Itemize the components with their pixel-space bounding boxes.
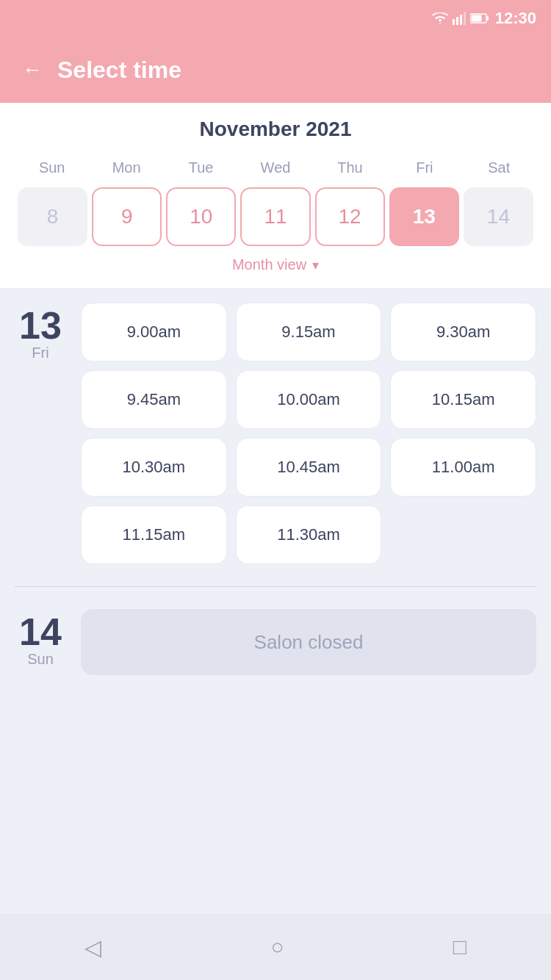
day-divider: [15, 586, 536, 587]
month-year-label: November 2021: [15, 118, 536, 141]
status-icons: [432, 12, 489, 25]
status-bar: 12:30: [0, 0, 551, 37]
date-cell-12[interactable]: 12: [315, 187, 385, 246]
wifi-icon: [432, 12, 448, 24]
weekday-tue: Tue: [164, 156, 238, 180]
day-name: Fri: [15, 345, 66, 361]
day-label-13: 13Fri: [15, 303, 66, 361]
time-slot-945am[interactable]: 9.45am: [81, 370, 227, 429]
weekday-mon: Mon: [89, 156, 163, 180]
time-slot-1030am[interactable]: 10.30am: [81, 438, 227, 497]
date-cell-10[interactable]: 10: [166, 187, 236, 246]
day-label-14: 14Sun: [15, 609, 66, 668]
month-view-toggle[interactable]: Month view ▾: [15, 246, 536, 281]
svg-rect-0: [453, 19, 455, 25]
back-nav-icon[interactable]: ◁: [84, 934, 101, 960]
svg-rect-1: [456, 17, 458, 25]
day-block-14: 14SunSalon closed: [15, 609, 536, 675]
weekday-thu: Thu: [313, 156, 387, 180]
weekday-fri: Fri: [387, 156, 461, 180]
svg-rect-5: [471, 15, 481, 22]
weekday-wed: Wed: [238, 156, 312, 180]
weekday-sat: Sat: [462, 156, 536, 180]
svg-rect-3: [464, 12, 466, 25]
weekday-sun: Sun: [15, 156, 89, 180]
chevron-down-icon: ▾: [312, 257, 319, 273]
date-cell-9[interactable]: 9: [92, 187, 162, 246]
time-slot-915am[interactable]: 9.15am: [236, 303, 382, 361]
time-slot-900am[interactable]: 9.00am: [81, 303, 227, 361]
svg-rect-2: [460, 15, 462, 25]
day-number: 13: [15, 306, 66, 345]
slots-section: 13Fri9.00am9.15am9.30am9.45am10.00am10.1…: [0, 288, 551, 914]
time-slot-1015am[interactable]: 10.15am: [390, 370, 536, 429]
bottom-nav: ◁ ○ □: [0, 914, 551, 980]
battery-icon: [470, 13, 489, 24]
time-slot-1115am[interactable]: 11.15am: [81, 505, 227, 564]
time-slot-1045am[interactable]: 10.45am: [236, 438, 382, 497]
month-view-label: Month view: [232, 256, 306, 273]
salon-closed: Salon closed: [81, 609, 536, 675]
day-name: Sun: [15, 651, 66, 668]
home-nav-icon[interactable]: ○: [270, 934, 284, 959]
status-time: 12:30: [495, 9, 536, 28]
svg-rect-6: [486, 16, 489, 21]
signal-icon: [453, 12, 466, 25]
time-slot-1000am[interactable]: 10.00am: [236, 370, 382, 429]
date-cell-8: 8: [18, 187, 87, 246]
back-button[interactable]: ←: [22, 60, 43, 80]
page-title: Select time: [57, 57, 181, 84]
time-slot-930am[interactable]: 9.30am: [390, 303, 536, 361]
recent-nav-icon[interactable]: □: [453, 934, 467, 959]
weekdays-row: Sun Mon Tue Wed Thu Fri Sat: [15, 156, 536, 180]
date-cell-14: 14: [464, 187, 533, 246]
app-header: ← Select time: [0, 37, 551, 103]
calendar-section: November 2021 Sun Mon Tue Wed Thu Fri Sa…: [0, 103, 551, 288]
date-cell-11[interactable]: 11: [240, 187, 310, 246]
time-slot-1100am[interactable]: 11.00am: [390, 438, 536, 497]
dates-row: 891011121314: [15, 187, 536, 246]
time-slots-grid: 9.00am9.15am9.30am9.45am10.00am10.15am10…: [81, 303, 536, 564]
date-cell-13[interactable]: 13: [389, 187, 459, 246]
day-block-13: 13Fri9.00am9.15am9.30am9.45am10.00am10.1…: [15, 303, 536, 564]
time-slot-1130am[interactable]: 11.30am: [236, 505, 382, 564]
day-number: 14: [15, 613, 66, 651]
